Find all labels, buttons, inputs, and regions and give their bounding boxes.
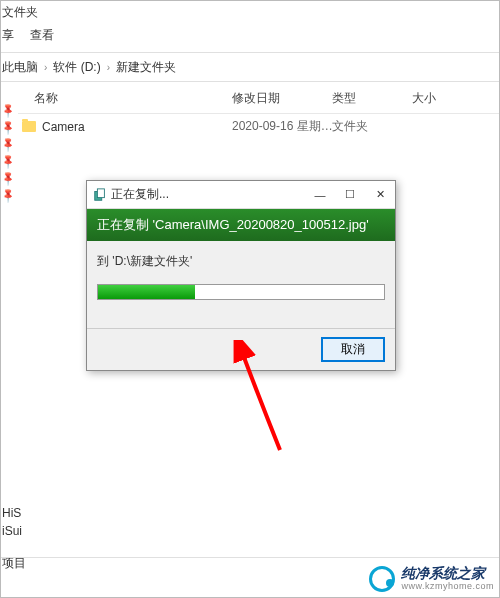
breadcrumb-root[interactable]: 此电脑 bbox=[2, 59, 38, 76]
svg-rect-1 bbox=[97, 188, 104, 197]
dialog-title: 正在复制... bbox=[111, 186, 305, 203]
pin-icon[interactable]: 📌 bbox=[0, 156, 13, 169]
window-title: 文件夹 bbox=[0, 0, 500, 21]
close-button[interactable]: ✕ bbox=[365, 181, 395, 208]
pin-icon[interactable]: 📌 bbox=[0, 139, 13, 152]
sidebar-pins: 📌 📌 📌 📌 📌 📌 bbox=[0, 100, 12, 208]
cancel-button[interactable]: 取消 bbox=[321, 337, 385, 362]
watermark-url: www.kzmyhome.com bbox=[401, 582, 494, 592]
menu-share[interactable]: 享 bbox=[2, 27, 14, 44]
col-size[interactable]: 大小 bbox=[412, 90, 496, 107]
dialog-destination: 到 'D:\新建文件夹' bbox=[97, 253, 385, 270]
sidebar-item[interactable]: HiS bbox=[0, 504, 24, 522]
pin-icon[interactable]: 📌 bbox=[0, 190, 13, 203]
menu-bar: 享 查看 bbox=[0, 21, 500, 52]
progress-bar bbox=[97, 284, 385, 300]
item-type: 文件夹 bbox=[332, 118, 412, 135]
item-date: 2020-09-16 星期… bbox=[232, 118, 332, 135]
sidebar-item[interactable]: iSui bbox=[0, 522, 24, 540]
progress-fill bbox=[98, 285, 195, 299]
watermark: 纯净系统之家 www.kzmyhome.com bbox=[369, 566, 494, 592]
minimize-button[interactable]: — bbox=[305, 181, 335, 208]
chevron-right-icon: › bbox=[107, 62, 110, 73]
col-date[interactable]: 修改日期 bbox=[232, 90, 332, 107]
pin-icon[interactable]: 📌 bbox=[0, 122, 13, 135]
sidebar-bottom: HiS iSui bbox=[0, 504, 24, 540]
status-bar: 项目 bbox=[0, 553, 28, 574]
pin-icon[interactable]: 📌 bbox=[0, 105, 13, 118]
maximize-button[interactable]: ☐ bbox=[335, 181, 365, 208]
watermark-title: 纯净系统之家 bbox=[401, 566, 494, 581]
address-bar[interactable]: 此电脑 › 软件 (D:) › 新建文件夹 bbox=[0, 52, 500, 82]
item-name: Camera bbox=[42, 120, 85, 134]
dialog-titlebar[interactable]: 正在复制... — ☐ ✕ bbox=[87, 181, 395, 209]
column-headers: 名称 修改日期 类型 大小 bbox=[18, 82, 500, 114]
separator bbox=[0, 557, 500, 558]
col-type[interactable]: 类型 bbox=[332, 90, 412, 107]
breadcrumb-drive[interactable]: 软件 (D:) bbox=[53, 59, 100, 76]
copy-icon bbox=[93, 188, 107, 202]
col-name[interactable]: 名称 bbox=[22, 90, 232, 107]
menu-view[interactable]: 查看 bbox=[30, 27, 54, 44]
dialog-banner: 正在复制 'Camera\IMG_20200820_100512.jpg' bbox=[87, 209, 395, 241]
file-list: 名称 修改日期 类型 大小 Camera 2020-09-16 星期… 文件夹 bbox=[0, 82, 500, 139]
pin-icon[interactable]: 📌 bbox=[0, 173, 13, 186]
copy-dialog: 正在复制... — ☐ ✕ 正在复制 'Camera\IMG_20200820_… bbox=[86, 180, 396, 371]
chevron-right-icon: › bbox=[44, 62, 47, 73]
watermark-logo-icon bbox=[369, 566, 395, 592]
folder-icon bbox=[22, 121, 36, 132]
list-item[interactable]: Camera 2020-09-16 星期… 文件夹 bbox=[18, 114, 500, 139]
breadcrumb-folder[interactable]: 新建文件夹 bbox=[116, 59, 176, 76]
